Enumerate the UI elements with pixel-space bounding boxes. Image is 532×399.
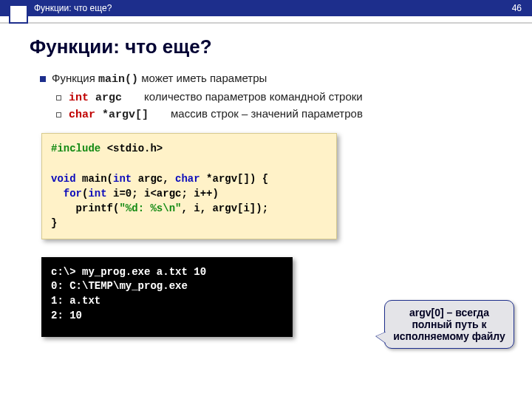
term-line: 2: 10	[51, 310, 82, 321]
blank-line	[51, 157, 57, 169]
code-text: argc,	[132, 173, 175, 185]
main-func-code: main()	[98, 73, 138, 86]
sub-bullet-argv: char *argv[] массив строк – значений пар…	[40, 107, 510, 121]
argv-decl: char *argv[]	[69, 109, 149, 121]
term-line: 0: C:\TEMP\my_prog.exe	[51, 280, 188, 292]
hollow-bullet-icon	[56, 95, 61, 100]
argc-desc: количество параметров командной строки	[144, 90, 363, 103]
param-name: *argv[]	[95, 109, 149, 121]
term-line: c:\> my_prog.exe a.txt 10	[51, 266, 206, 278]
preproc: #include	[51, 143, 107, 154]
kw: int	[88, 188, 106, 200]
page-number: 46	[512, 3, 522, 13]
param-name: argc	[89, 92, 122, 104]
header-title: Функции: что еще?	[34, 3, 112, 13]
code-text: *argv[]) {	[200, 173, 268, 185]
header-decoration-square	[9, 4, 28, 24]
code-text: main(	[76, 173, 113, 185]
kw: int	[113, 173, 132, 185]
callout-tail-icon	[376, 332, 386, 344]
bullet-main-text: Функция main() может иметь параметры	[52, 72, 267, 86]
argc-decl: int argc	[69, 92, 122, 104]
text-suffix: может иметь параметры	[138, 72, 267, 84]
code-text: i=0; i<argc; i++)	[107, 188, 219, 200]
callout-text: argv[0] – всегда полный путь к исполняем…	[393, 307, 505, 342]
code-block: #include <stdio.h> void main(int argc, c…	[41, 133, 337, 239]
content-area: Функция main() может иметь параметры int…	[40, 72, 510, 121]
include-lib: <stdio.h>	[107, 143, 163, 154]
slide-title: Функции: что еще?	[30, 35, 532, 58]
hollow-bullet-icon	[56, 112, 61, 117]
square-bullet-icon	[40, 76, 46, 82]
type-keyword: int	[69, 92, 89, 104]
callout-argv0: argv[0] – всегда полный путь к исполняем…	[384, 300, 514, 349]
term-line: 1: a.txt	[51, 295, 100, 307]
code-text: , i, argv[i]);	[181, 202, 268, 214]
kw: void	[51, 173, 76, 185]
slide-header: Функции: что еще? 46	[0, 0, 532, 16]
text-prefix: Функция	[52, 72, 98, 84]
sub-bullet-argc: int argc количество параметров командной…	[40, 90, 510, 104]
code-text: }	[51, 217, 57, 229]
header-divider	[0, 22, 532, 24]
string-literal: "%d: %s\n"	[119, 202, 181, 214]
argv-desc: массив строк – значений параметров	[171, 107, 363, 120]
code-text: printf(	[51, 202, 119, 214]
terminal-output: c:\> my_prog.exe a.txt 10 0: C:\TEMP\my_…	[41, 257, 293, 337]
kw: for	[51, 188, 82, 200]
kw: char	[175, 173, 200, 185]
type-keyword: char	[69, 109, 95, 121]
bullet-main: Функция main() может иметь параметры	[40, 72, 510, 86]
